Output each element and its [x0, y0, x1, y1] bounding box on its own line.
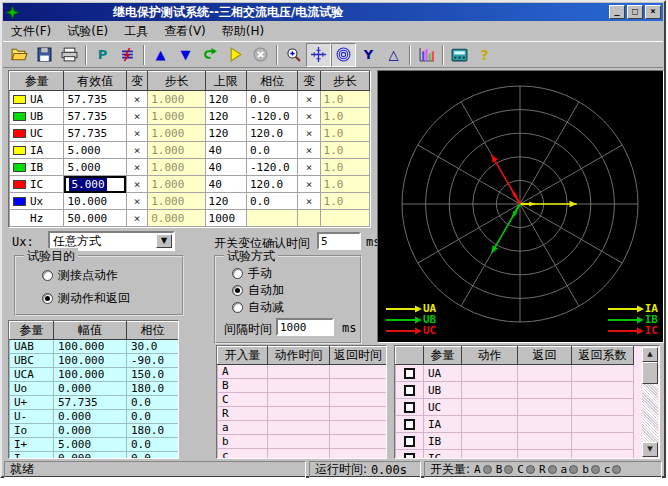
step-cell[interactable]: 1.0 [320, 193, 369, 210]
value-cell-editing[interactable]: 5.000 [64, 176, 127, 193]
variable-flag[interactable]: × [126, 210, 147, 227]
variable-flag[interactable]: × [298, 125, 320, 142]
value-cell[interactable]: 5.000 [64, 142, 127, 159]
step-cell[interactable]: 0.000 [148, 210, 205, 227]
variable-flag[interactable]: × [298, 91, 320, 108]
step-cell[interactable]: 1.0 [320, 125, 369, 142]
variable-flag[interactable]: × [126, 159, 147, 176]
variable-flag[interactable] [298, 210, 320, 227]
minimize-icon[interactable]: _ [609, 5, 625, 19]
phase-cell[interactable]: 0.0 [246, 193, 297, 210]
variable-flag[interactable]: × [298, 159, 320, 176]
value-cell[interactable]: 57.735 [64, 125, 127, 142]
radio-auto-decrease[interactable]: 自动减 [232, 299, 284, 316]
variable-flag[interactable]: × [298, 108, 320, 125]
step-cell[interactable]: 1.0 [320, 159, 369, 176]
zoom-icon[interactable] [281, 43, 306, 67]
limit-cell[interactable]: 40 [205, 176, 246, 193]
help-icon[interactable]: ? [472, 43, 497, 67]
menu-item-0[interactable]: 文件(F) [3, 22, 59, 41]
checkbox-icon[interactable] [404, 402, 415, 413]
rings-icon[interactable] [331, 43, 356, 67]
increase-icon[interactable]: ▲ [148, 43, 173, 67]
variable-flag[interactable]: × [298, 193, 320, 210]
limit-cell[interactable]: 120 [205, 91, 246, 108]
value-cell[interactable]: 50.000 [64, 210, 127, 227]
variable-flag[interactable]: × [298, 142, 320, 159]
value-cell[interactable]: 5.000 [64, 159, 127, 176]
radio-icon[interactable] [42, 293, 53, 304]
print-icon[interactable] [57, 43, 82, 67]
step-cell[interactable]: 1.0 [320, 108, 369, 125]
variable-flag[interactable]: × [298, 176, 320, 193]
phase-cell[interactable]: 0.0 [246, 142, 297, 159]
axes-icon[interactable] [306, 43, 331, 67]
phase-cell[interactable]: 120.0 [246, 125, 297, 142]
decrease-icon[interactable]: ▼ [173, 43, 198, 67]
pause-p-icon[interactable]: P [90, 43, 115, 67]
value-cell[interactable]: 10.000 [64, 193, 127, 210]
undo-icon[interactable] [198, 43, 223, 67]
radio-icon[interactable] [232, 268, 243, 279]
variable-flag[interactable]: × [126, 193, 147, 210]
radio-icon[interactable] [232, 302, 243, 313]
radio-icon[interactable] [232, 285, 243, 296]
phase-cell[interactable]: 0.0 [246, 91, 297, 108]
scroll-up-icon[interactable]: ▲ [642, 347, 658, 362]
value-cell[interactable]: 57.735 [64, 91, 127, 108]
limit-cell[interactable]: 120 [205, 193, 246, 210]
menu-item-1[interactable]: 试验(E) [59, 22, 116, 41]
variable-flag[interactable]: × [126, 176, 147, 193]
checkbox-icon[interactable] [404, 385, 415, 396]
step-cell[interactable]: 1.0 [320, 91, 369, 108]
short-circuit-icon[interactable] [115, 43, 140, 67]
limit-cell[interactable]: 120 [205, 108, 246, 125]
step-cell[interactable]: 1.000 [148, 108, 205, 125]
confirm-time-input[interactable] [317, 232, 361, 250]
step-cell[interactable] [320, 210, 369, 227]
scrollbar-thumb[interactable] [642, 362, 658, 384]
menu-item-4[interactable]: 帮助(H) [214, 22, 272, 41]
step-cell[interactable]: 1.000 [148, 125, 205, 142]
checkbox-icon[interactable] [404, 419, 415, 430]
value-cell[interactable]: 57.735 [64, 108, 127, 125]
limit-cell[interactable]: 40 [205, 142, 246, 159]
step-cell[interactable]: 1.0 [320, 142, 369, 159]
variable-flag[interactable]: × [126, 91, 147, 108]
variable-flag[interactable]: × [126, 125, 147, 142]
step-cell[interactable]: 1.000 [148, 159, 205, 176]
delta-icon[interactable]: △ [381, 43, 406, 67]
menu-item-3[interactable]: 查看(V) [156, 22, 214, 41]
step-cell[interactable]: 1.000 [148, 176, 205, 193]
radio-auto-increase[interactable]: 自动加 [232, 282, 284, 299]
limit-cell[interactable]: 40 [205, 159, 246, 176]
scroll-down-icon[interactable]: ▼ [642, 442, 658, 457]
phase-cell[interactable]: 120.0 [246, 176, 297, 193]
checkbox-icon[interactable] [404, 368, 415, 379]
close-icon[interactable]: × [645, 5, 661, 19]
interval-input[interactable] [276, 318, 334, 336]
stop-icon[interactable] [248, 43, 273, 67]
maximize-icon[interactable]: □ [627, 5, 643, 19]
step-cell[interactable]: 1.0 [320, 176, 369, 193]
step-cell[interactable]: 1.000 [148, 142, 205, 159]
limit-cell[interactable]: 120 [205, 125, 246, 142]
radio-action-and-return[interactable]: 测动作和返回 [42, 290, 130, 307]
save-icon[interactable] [32, 43, 57, 67]
open-icon[interactable] [7, 43, 32, 67]
variable-flag[interactable]: × [126, 108, 147, 125]
limit-cell[interactable]: 1000 [205, 210, 246, 227]
radio-manual[interactable]: 手动 [232, 265, 272, 282]
radio-contact-action[interactable]: 测接点动作 [42, 267, 118, 284]
step-cell[interactable]: 1.000 [148, 193, 205, 210]
calculator-icon[interactable] [447, 43, 472, 67]
wye-icon[interactable]: Y [356, 43, 381, 67]
start-icon[interactable] [223, 43, 248, 67]
step-cell[interactable]: 1.000 [148, 91, 205, 108]
checkbox-icon[interactable] [404, 436, 415, 447]
checkbox-icon[interactable] [404, 453, 415, 459]
variable-flag[interactable]: × [126, 142, 147, 159]
bars-icon[interactable] [414, 43, 439, 67]
phase-cell[interactable]: -120.0 [246, 159, 297, 176]
chevron-down-icon[interactable]: ▼ [156, 234, 172, 248]
